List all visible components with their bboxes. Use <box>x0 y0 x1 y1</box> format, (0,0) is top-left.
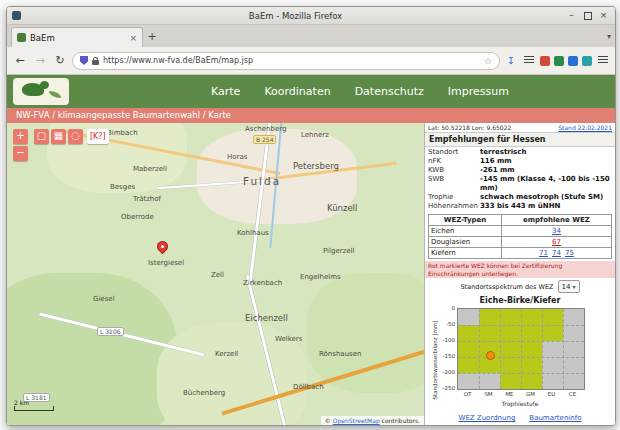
wez-zuordnung-link[interactable]: WEZ Zuordnung <box>459 414 516 422</box>
wez-type-cell: Kiefern <box>429 248 502 259</box>
map-town-label: Trätzhof <box>133 195 161 203</box>
site-attributes: StandortterrestrischnFK116 mmKWB-261 mmS… <box>425 147 615 213</box>
wez-number-link[interactable]: 71 <box>539 249 548 257</box>
baumarteninfo-link[interactable]: Baumarteninfo <box>529 414 581 422</box>
wez-row: Douglasien67 <box>429 237 612 248</box>
close-button[interactable]: × <box>598 10 609 21</box>
map-town-label: Maberzell <box>133 165 167 173</box>
extension-icon-red[interactable] <box>540 56 550 66</box>
wez-row: Kiefern717475 <box>429 248 612 259</box>
window-app-icon <box>12 11 21 20</box>
circle-select-button[interactable]: ◌ <box>68 129 83 144</box>
window-titlebar[interactable]: BaEm - Mozilla Firefox – × <box>7 7 615 25</box>
nav-datenschutz[interactable]: Datenschutz <box>355 85 424 98</box>
url-text[interactable]: https://www.nw-fva.de/BaEm/map.jsp <box>103 56 480 65</box>
new-tab-button[interactable]: + <box>143 28 161 47</box>
scale-label: 2 km <box>14 399 54 406</box>
lock-icon[interactable] <box>92 60 99 65</box>
fullscreen-button[interactable]: ▢ <box>34 129 49 144</box>
breadcrumb: NW-FVA / klimaangepasste Baumartenwahl /… <box>7 108 615 123</box>
osm-link[interactable]: OpenStreetMap <box>333 417 380 424</box>
site-attribute-row: Trophieschwach mesotroph (Stufe SM) <box>428 193 612 202</box>
scale-line <box>14 406 54 411</box>
chart-cell-suitable <box>458 325 479 341</box>
nwfva-logo[interactable] <box>13 78 69 105</box>
map-town-label: Oberrode <box>121 213 154 221</box>
map-attribution: © OpenStreetMap contributors. <box>321 416 424 425</box>
attribution-suffix: contributors. <box>380 417 420 424</box>
nav-koordinaten[interactable]: Koordinaten <box>264 85 330 98</box>
wez-row: Eichen34 <box>429 226 612 237</box>
extension-icon-blue[interactable] <box>568 56 578 66</box>
site-header: Karte Koordinaten Datenschutz Impressum <box>7 75 615 108</box>
chart-gridline <box>563 309 564 389</box>
chart-cell-suitable <box>479 325 500 341</box>
chart-cell-suitable <box>542 325 563 341</box>
site-attribute-key: Standort <box>428 148 480 157</box>
forward-button[interactable]: → <box>32 54 48 67</box>
maximize-button[interactable] <box>582 10 593 21</box>
select-chevron-icon: ▾ <box>572 283 575 290</box>
spectrum-select[interactable]: 14 ▾ <box>558 280 580 293</box>
spectrum-selected-value: 14 <box>562 283 571 291</box>
map-town-label: Künzell <box>327 203 357 213</box>
wez-number-link[interactable]: 34 <box>552 227 561 235</box>
back-button[interactable]: ← <box>12 54 28 67</box>
panel-title: Empfehlungen für Hessen <box>425 132 615 147</box>
nav-impressum[interactable]: Impressum <box>448 85 509 98</box>
coords-row: Lat: 50.52218 Lon: 9.65022 Stand 22.02.2… <box>425 123 615 132</box>
chart-x-axis-label: Trophiestufe <box>457 400 583 407</box>
wez-links-cell: 34 <box>501 226 611 237</box>
url-bar[interactable]: https://www.nw-fva.de/BaEm/map.jsp ☆ <box>72 52 500 70</box>
chart-x-tick: ME <box>499 391 520 397</box>
wez-type-cell: Douglasien <box>429 237 502 248</box>
nav-karte[interactable]: Karte <box>211 85 240 98</box>
coordinates-k-button[interactable]: [K?] <box>87 129 109 144</box>
tab-close-icon[interactable]: × <box>129 33 137 43</box>
tracking-shield-icon[interactable] <box>80 56 88 65</box>
chart-x-tick: GM <box>520 391 541 397</box>
site-attribute-row: KWB-261 mm <box>428 166 612 175</box>
tab-baem[interactable]: BaEm × <box>11 27 143 47</box>
site-attribute-value: 333 bis 443 m üNHN <box>480 202 560 211</box>
reload-button[interactable]: ↻ <box>52 54 68 67</box>
navigation-toolbar: ← → ↻ https://www.nw-fva.de/BaEm/map.jsp… <box>7 47 615 75</box>
tab-list-chevron[interactable]: ▾ <box>607 27 611 47</box>
menu-icon[interactable] <box>596 54 610 67</box>
leaf-icon <box>49 91 61 98</box>
extension-icon-green[interactable] <box>554 56 564 66</box>
map-town-label: Bimbach <box>107 129 138 137</box>
library-icon[interactable] <box>522 54 536 67</box>
wez-number-link[interactable]: 74 <box>552 249 561 257</box>
site-attribute-value: 116 mm <box>480 157 512 166</box>
site-attribute-value: -261 mm <box>480 166 515 175</box>
stand-date-link[interactable]: Stand 22.02.2021 <box>558 124 612 131</box>
map[interactable]: BimbachAschenbergLehnerzPetersbergFuldaH… <box>7 123 424 425</box>
wez-number-link[interactable]: 75 <box>565 249 574 257</box>
window-title: BaEm - Mozilla Firefox <box>25 11 566 21</box>
map-scalebar: 2 km <box>14 399 54 411</box>
downloads-icon[interactable]: ↧ <box>504 55 518 66</box>
zoom-in-button[interactable]: + <box>13 129 28 144</box>
chart-gridline <box>479 309 480 389</box>
wez-col-empfohlen: empfohlene WEZ <box>501 215 611 226</box>
site-attribute-value: terrestrisch <box>480 148 526 157</box>
chart-cell-suitable <box>479 309 500 325</box>
chart-cell-suitable <box>542 309 563 325</box>
wez-number-link[interactable]: 67 <box>552 238 561 246</box>
map-marker-pin[interactable] <box>155 239 171 255</box>
map-town-label: Welkers <box>275 335 302 343</box>
chart-cell-suitable <box>500 357 521 373</box>
chart-cell-suitable <box>521 357 542 373</box>
box-select-button[interactable]: ▦ <box>51 129 66 144</box>
wez-links-cell: 717475 <box>501 248 611 259</box>
chart-x-tick: EU <box>541 391 562 397</box>
zoom-out-button[interactable]: − <box>13 146 28 161</box>
chart-y-tick: -250 <box>427 385 455 391</box>
minimize-button[interactable]: – <box>566 10 577 21</box>
map-town-label: Zirkenbach <box>243 279 282 287</box>
extension-icon-teal[interactable] <box>582 56 592 66</box>
bookmark-star-icon[interactable]: ☆ <box>484 56 492 66</box>
map-town-label: Engelhelms <box>300 273 341 281</box>
panel-links: WEZ Zuordnung Baumarteninfo <box>425 413 615 423</box>
